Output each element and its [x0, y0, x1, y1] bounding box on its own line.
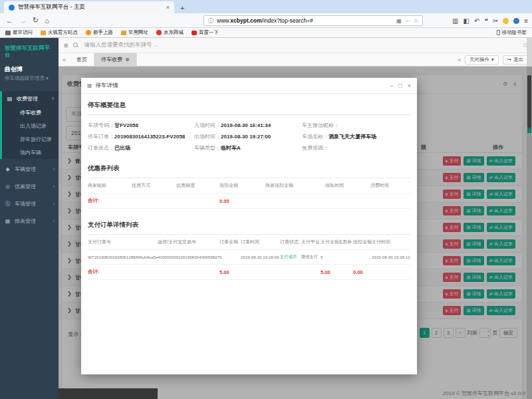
bookmark-item[interactable]: 火狐官方站点 [41, 29, 78, 36]
sidebar-item-report-management[interactable]: ▦ 报表管理 ‹ [0, 213, 59, 228]
screen: 智慧停车互联网平台 - 主页 × + ← → ↻ ⌂ ⓘ www.xcbypt.… [0, 0, 532, 399]
browser-tab-title: 智慧停车互联网平台 - 主页 [18, 3, 163, 11]
coupon-table-header: 商家昵称优惠方式优惠额度抵扣金额商家抵扣金额领取时间消费时间 [88, 178, 410, 194]
vehicle-icon: ◆ [4, 166, 11, 172]
page-actions-icon[interactable]: ⋯ [405, 18, 410, 24]
container-icon[interactable]: ▦ [396, 18, 402, 24]
logout-button[interactable]: ↪退出 [503, 55, 528, 65]
forward-icon[interactable]: → [19, 17, 27, 25]
maximize-icon[interactable]: □ [398, 82, 402, 89]
menu-icon[interactable]: ≡ [524, 17, 528, 25]
messages-icon[interactable]: ❝ [484, 17, 487, 25]
tabs-scroll-right-icon[interactable]: » [458, 57, 461, 63]
sidebar-item-parking-fee[interactable]: 停车收费 [2, 106, 59, 119]
chevron-left-icon: ‹ [53, 219, 55, 223]
baidu-icon [192, 31, 197, 35]
new-tab-button[interactable]: + [180, 4, 184, 12]
summary-field: 车场名称：酒泉飞天大厦停车场 [302, 131, 410, 142]
user-role-dropdown[interactable]: 停车场超级管理员 ▾ [0, 74, 59, 86]
payment-table-total-row: 合计:5.005.000.00 [88, 265, 410, 280]
parking-detail-modal: ▦ 停车详情 − □ × 停车概要信息 车牌号码：甘FV2058入场时间：201… [81, 78, 417, 374]
toolbar-icons: ▥ ◧ ↶ ❝ ✂ ≡ [452, 13, 528, 28]
sidebar-item-discount-management[interactable]: ◎ 优惠管理 ‹ [0, 179, 59, 194]
summary-section-title: 停车概要信息 [88, 98, 410, 115]
payment-table-rows: WT201908301928061288896yb9na5ej420000035… [88, 250, 410, 265]
reload-icon[interactable]: ↻ [33, 16, 39, 25]
bookmark-item[interactable]: 新手上路 [86, 29, 113, 36]
summary-field: 订单状态：已出场 [88, 142, 194, 154]
bookmark-item[interactable]: 百度一下 [192, 29, 219, 36]
bookmarks-bar: 最常访问火狐官方站点新手上路常用网址京东商城百度一下 移动版书签 [0, 28, 532, 38]
tab-parking-fee[interactable]: 停车收费 ⊗ [94, 53, 137, 66]
screenshot-icon[interactable]: ✂ [493, 17, 498, 25]
home-icon[interactable]: ⌂ [45, 17, 49, 25]
coupon-table-total-row: 合计:0.00 [88, 194, 410, 209]
summary-field: 车辆类型：临时车A [194, 142, 302, 154]
tab-close-icon[interactable]: ⊗ [125, 57, 130, 63]
library-icon[interactable]: ▥ [452, 17, 458, 25]
extension-yellow-icon[interactable] [503, 18, 509, 24]
summary-field: 出场时间：2019-08-30 19:27:00 [194, 131, 302, 142]
back-icon[interactable]: ← [6, 17, 13, 25]
page-tabs-bar: « 首页 停车收费 ⊗ » 关闭操作▾ ↪退出 [59, 53, 532, 66]
tab-home[interactable]: 首页 [70, 53, 94, 66]
bookmark-item[interactable]: 京东商城 [156, 29, 184, 36]
bookmarks-list: 最常访问火狐官方站点新手上路常用网址京东商城百度一下 [5, 29, 219, 36]
site-favicon [9, 5, 15, 11]
sidebar-item-onsite-vehicles[interactable]: 场内车辆 [2, 146, 59, 159]
site-info-icon[interactable]: ⓘ [208, 17, 213, 25]
search-input[interactable]: 请输入您需要查找的车牌号 ... [84, 41, 158, 49]
jd-icon [156, 30, 162, 35]
summary-field: 停车订单：20190830164135223-FV2058 [88, 131, 194, 142]
sidebar-item-lot-management[interactable]: Ⓐ 车场管理 ‹ [0, 196, 59, 211]
folder-icon [41, 31, 46, 35]
url-text: www.xcbypt.com/index?top-search=# [217, 17, 393, 24]
browser-tab[interactable]: 智慧停车互联网平台 - 主页 × [4, 1, 174, 13]
chevron-down-icon: ∨ [51, 96, 55, 101]
summary-field: 车主微信昵称： [302, 120, 410, 131]
tabs-scroll-left-icon[interactable]: « [59, 53, 70, 66]
url-bar[interactable]: ⓘ www.xcbypt.com/index?top-search=# ▦ ⋯ … [203, 15, 423, 26]
sidebar: 智慧停车互联网平台 曲创博 停车场超级管理员 ▾ ▤ 收费管理 ∨ 停车收费 出… [0, 38, 59, 399]
summary-field: 车牌号码：甘FV2058 [88, 120, 194, 131]
payment-table-header: 支付订单号微信/支付宝交易号订单金额订单时间订单状态支付平台支付金额优惠券抵扣金… [88, 235, 410, 250]
modal-header: ▦ 停车详情 − □ × [81, 78, 417, 94]
user-name: 曲创博 [0, 59, 59, 74]
caret-down-icon: ▾ [491, 57, 494, 63]
modal-title: 停车详情 [96, 82, 118, 90]
menu-group-fee: ▤ 收费管理 ∨ 停车收费 出入场记录 异常放行记录 场内车辆 [0, 91, 59, 159]
grid-icon [5, 31, 11, 35]
payment-section-title: 支付订单详情列表 [88, 218, 410, 235]
close-operations-dropdown[interactable]: 关闭操作▾ [465, 55, 499, 65]
summary-field: 入场时间：2019-08-30 16:41:34 [194, 120, 302, 131]
logout-icon: ↪ [507, 57, 511, 63]
tab-close-icon[interactable]: × [166, 4, 170, 11]
folder-icon [121, 31, 126, 35]
discount-icon: ◎ [4, 184, 11, 190]
minimize-icon[interactable]: − [390, 82, 393, 89]
chevron-left-icon: ‹ [53, 167, 55, 172]
search-icon [73, 43, 78, 48]
chevron-left-icon: ‹ [53, 201, 55, 206]
app-brand: 智慧停车互联网平台 [0, 38, 59, 59]
undo-icon[interactable]: ↶ [474, 17, 479, 25]
fee-management-icon: ▤ [6, 96, 13, 102]
browser-titlebar: 智慧停车互联网平台 - 主页 × + [0, 0, 532, 13]
payment-row: WT201908301928061288896yb9na5ej420000035… [88, 250, 410, 265]
chevron-left-icon: ‹ [53, 184, 55, 189]
close-icon[interactable]: × [408, 82, 411, 89]
phone-icon [497, 30, 500, 35]
sidebar-item-inout-records[interactable]: 出入场记录 [2, 119, 59, 132]
sidebar-item-fee-management[interactable]: ▤ 收费管理 ∨ [2, 91, 59, 106]
collapse-sidebar-icon[interactable]: ≡ [64, 41, 68, 49]
extension-blue-icon[interactable] [513, 18, 519, 24]
bookmark-star-icon[interactable]: ☆ [414, 18, 418, 24]
sidebar-item-vehicle-management[interactable]: ◆ 车辆管理 ‹ [0, 162, 59, 176]
sidebar-toggle-icon[interactable]: ◧ [464, 17, 469, 25]
modal-body: 停车概要信息 车牌号码：甘FV2058入场时间：2019-08-30 16:41… [81, 94, 417, 285]
bookmark-item[interactable]: 最常访问 [5, 29, 33, 36]
sidebar-item-abnormal-release[interactable]: 异常放行记录 [2, 132, 59, 146]
bookmark-item[interactable]: 常用网址 [121, 29, 148, 36]
top-search-bar: ≡ 请输入您需要查找的车牌号 ... [59, 38, 532, 53]
mobile-bookmarks[interactable]: 移动版书签 [497, 29, 527, 36]
